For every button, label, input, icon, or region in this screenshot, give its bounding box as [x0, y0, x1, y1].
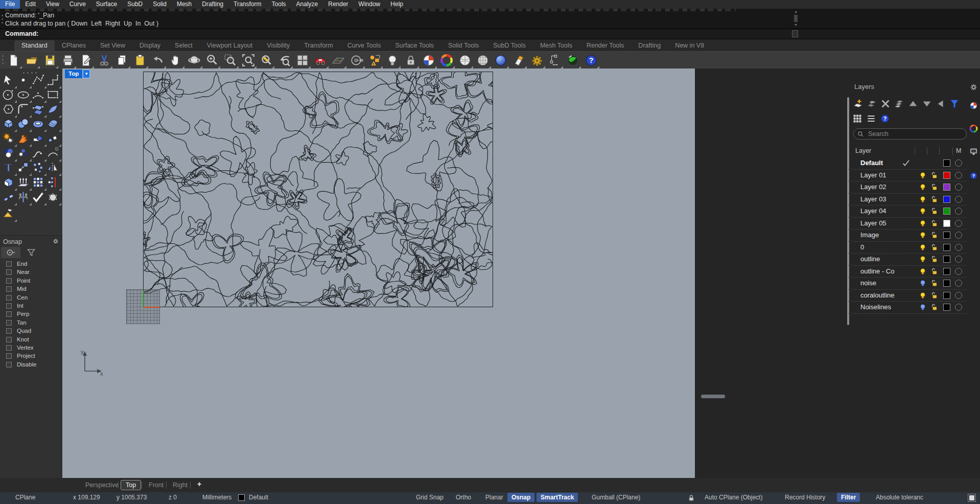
cplane-button[interactable]: CPlane — [15, 494, 35, 501]
layer-material-circle[interactable] — [955, 196, 962, 203]
layer-visibility-toggle[interactable] — [919, 267, 927, 276]
osnap-tab-filter[interactable] — [21, 247, 41, 258]
print-button[interactable] — [61, 54, 75, 67]
layer-row-outline[interactable]: outline — [848, 254, 967, 266]
menu-solid[interactable]: Solid — [148, 0, 172, 9]
ribbon-tab-set-view[interactable]: Set View — [93, 40, 132, 51]
menu-mesh[interactable]: Mesh — [172, 0, 197, 9]
new-sublayer-button[interactable] — [866, 98, 877, 109]
layer-name[interactable]: coraloutline — [860, 291, 895, 299]
layer-name[interactable]: Layer 04 — [860, 207, 886, 215]
near-checkbox[interactable] — [6, 269, 12, 275]
layer-name[interactable]: Layer 01 — [860, 171, 886, 179]
layer-pie-button[interactable] — [422, 54, 435, 67]
layer-color-swatch[interactable] — [943, 280, 950, 287]
ribbon-tab-visibility[interactable]: Visibility — [260, 40, 297, 51]
layer-color-swatch[interactable] — [943, 232, 950, 239]
move-left-button[interactable] — [935, 98, 946, 109]
layer-color-swatch[interactable] — [943, 304, 950, 311]
layer-lock-toggle[interactable] — [930, 219, 939, 227]
panel-help-tab[interactable]: ? — [969, 171, 978, 180]
box-tool-button[interactable] — [2, 117, 15, 130]
layer-color-swatch[interactable] — [943, 159, 950, 167]
layer-name[interactable]: Layer 05 — [860, 219, 886, 227]
cut-button[interactable] — [98, 54, 111, 67]
status-toggle-gumball-cplane-[interactable]: Gumball (CPlane) — [588, 493, 644, 502]
paste-button[interactable] — [133, 54, 147, 67]
layer-material-circle[interactable] — [955, 268, 962, 275]
quad-checkbox[interactable] — [6, 328, 12, 334]
rectangle-tool-button[interactable] — [46, 87, 60, 101]
layer-name[interactable]: Image — [860, 231, 879, 239]
layer-visibility-toggle[interactable] — [919, 207, 927, 215]
explode-tool-button[interactable] — [16, 131, 30, 145]
rendered-view-button[interactable] — [494, 54, 507, 67]
fillet-corner-tool-button[interactable] — [16, 102, 30, 116]
layer-color-swatch[interactable] — [943, 172, 950, 179]
point-checkbox[interactable] — [6, 278, 12, 284]
command-prompt-row[interactable]: Command: — [0, 29, 980, 39]
layer-name[interactable]: Noiselines — [860, 303, 891, 311]
pyramid-select-tool-button[interactable] — [2, 207, 15, 220]
layer-lock-toggle[interactable] — [930, 279, 939, 287]
layer-color-swatch[interactable] — [943, 208, 950, 215]
layer-row-layer-03[interactable]: Layer 03 — [848, 194, 967, 206]
layer-color-swatch[interactable] — [943, 256, 950, 263]
linear-array-tool-button[interactable] — [46, 175, 60, 189]
layer-menu-button[interactable] — [866, 113, 876, 124]
menu-file[interactable]: File — [0, 0, 20, 9]
help-button[interactable]: ? — [585, 54, 598, 67]
shaded-view-button[interactable] — [458, 54, 472, 67]
extrude-tool-button[interactable] — [16, 175, 30, 189]
status-toggle-planar[interactable]: Planar — [481, 493, 507, 502]
layer-material-circle[interactable] — [955, 220, 962, 227]
move-down-button[interactable] — [921, 98, 932, 109]
layer-name[interactable]: outline - Co — [860, 267, 894, 275]
open-file-button[interactable] — [25, 54, 38, 67]
layer-lock-toggle[interactable] — [930, 255, 939, 263]
panel-toggle-icon[interactable] — [968, 494, 976, 502]
layer-color-swatch[interactable] — [943, 196, 950, 203]
offset-curve-tool-button[interactable] — [46, 146, 60, 160]
move-up-button[interactable] — [907, 98, 919, 109]
mirror-tool-button[interactable] — [46, 161, 60, 174]
int-checkbox[interactable] — [6, 303, 12, 309]
active-layer-swatch[interactable] — [238, 494, 245, 501]
layer-material-circle[interactable] — [955, 172, 962, 179]
layer-material-circle[interactable] — [955, 244, 962, 251]
rectangular-array-tool-button[interactable] — [31, 175, 45, 189]
layer-material-circle[interactable] — [955, 256, 962, 263]
layer-lock-toggle[interactable] — [930, 291, 939, 300]
ribbon-tab-curve-tools[interactable]: Curve Tools — [340, 40, 388, 51]
project-checkbox[interactable] — [6, 353, 12, 359]
knot-checkbox[interactable] — [6, 337, 12, 342]
layer-row-layer-05[interactable]: Layer 05 — [848, 218, 967, 230]
status-toggle-record-history[interactable]: Record History — [781, 493, 829, 502]
end-checkbox[interactable] — [6, 261, 12, 267]
cen-checkbox[interactable] — [6, 295, 12, 301]
select-tool-button[interactable] — [2, 73, 15, 87]
command-history[interactable]: Command: '_Pan Click and drag to pan ( D… — [0, 9, 980, 29]
perp-checkbox[interactable] — [6, 311, 12, 317]
scale-tool-button[interactable] — [16, 161, 30, 174]
active-layer-button[interactable]: Default — [249, 494, 268, 501]
layer-lock-toggle[interactable] — [930, 207, 939, 215]
layer-visibility-toggle[interactable] — [919, 195, 927, 203]
ellipse-tool-button[interactable] — [16, 87, 30, 101]
layer-row-default[interactable]: Default — [848, 157, 967, 170]
document-properties-button[interactable] — [530, 54, 544, 67]
object-visibility-button[interactable] — [386, 54, 399, 67]
vertex-checkbox[interactable] — [6, 345, 12, 351]
menu-render[interactable]: Render — [323, 0, 353, 9]
layer-row-layer-01[interactable]: Layer 01 — [848, 170, 967, 182]
layer-row-noise[interactable]: noise — [848, 278, 967, 290]
zoom-extents-button[interactable] — [242, 54, 255, 67]
layer-visibility-toggle[interactable] — [919, 219, 927, 227]
selection-filter-button[interactable] — [368, 54, 381, 67]
ribbon-tab-new-in-v8[interactable]: New in V8 — [668, 40, 711, 51]
boolean-union-tool-button[interactable] — [2, 131, 15, 145]
move-button[interactable] — [314, 54, 327, 67]
viewport-label-dropdown[interactable]: ▼ — [83, 70, 90, 78]
menu-edit[interactable]: Edit — [20, 0, 41, 9]
pan-button[interactable] — [170, 54, 183, 67]
